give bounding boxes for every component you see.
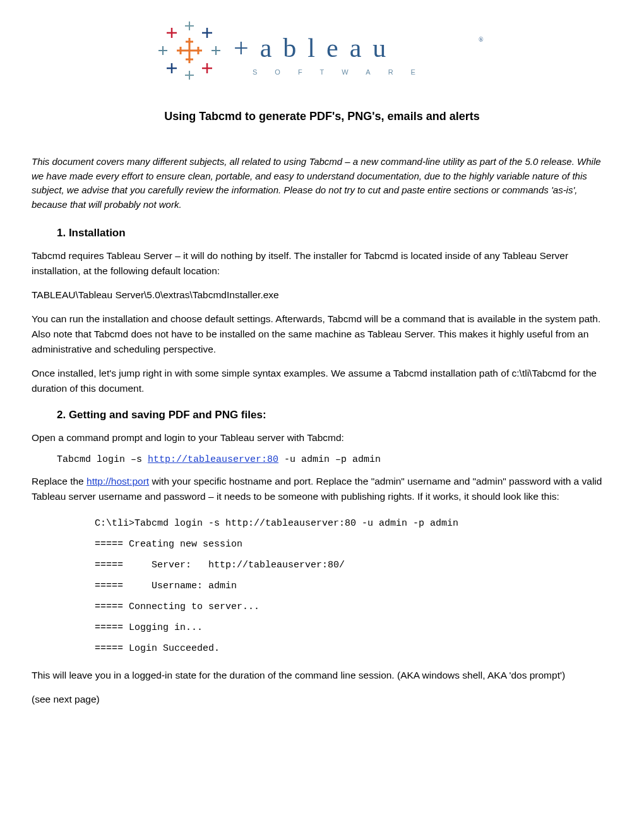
text-run: Replace the	[32, 476, 86, 486]
command-example: Tabcmd login –s http://tableauserver:80 …	[57, 454, 612, 465]
tableau-logo: +ableau ® SOFTWARE	[158, 19, 486, 82]
body-paragraph: Open a command prompt and login to your …	[32, 430, 612, 445]
server-url-link[interactable]: http://tableauserver:80	[148, 454, 278, 465]
body-paragraph: Once installed, let's jump right in with…	[32, 366, 612, 396]
logo-wordmark: +ableau	[234, 33, 397, 63]
logo-subtext: SOFTWARE	[253, 68, 433, 76]
document-title: Using Tabcmd to generate PDF's, PNG's, e…	[32, 110, 612, 123]
document-page: +ableau ® SOFTWARE Using Tabcmd to gener…	[0, 0, 644, 747]
installer-path: TABLEAU\Tableau Server\5.0\extras\Tabcmd…	[32, 287, 612, 303]
body-paragraph: You can run the installation and choose …	[32, 311, 612, 357]
host-port-link[interactable]: http://host:port	[86, 476, 149, 486]
body-paragraph: Replace the http://host:port with your s…	[32, 474, 612, 504]
section-heading-installation: 1. Installation	[57, 227, 612, 239]
logo-container: +ableau ® SOFTWARE	[32, 19, 612, 85]
command-text: Tabcmd login –s	[57, 454, 148, 465]
intro-paragraph: This document covers many different subj…	[32, 155, 612, 212]
see-next-page: (see next page)	[32, 692, 612, 707]
body-paragraph: This will leave you in a logged-in state…	[32, 668, 612, 683]
body-paragraph: Tabcmd requires Tableau Server – it will…	[32, 248, 612, 279]
section-heading-pdf-png: 2. Getting and saving PDF and PNG files:	[57, 409, 612, 421]
svg-text:®: ®	[479, 36, 484, 43]
console-output: C:\tli>Tabcmd login -s http://tableauser…	[95, 513, 612, 659]
command-text: -u admin –p admin	[278, 454, 381, 465]
